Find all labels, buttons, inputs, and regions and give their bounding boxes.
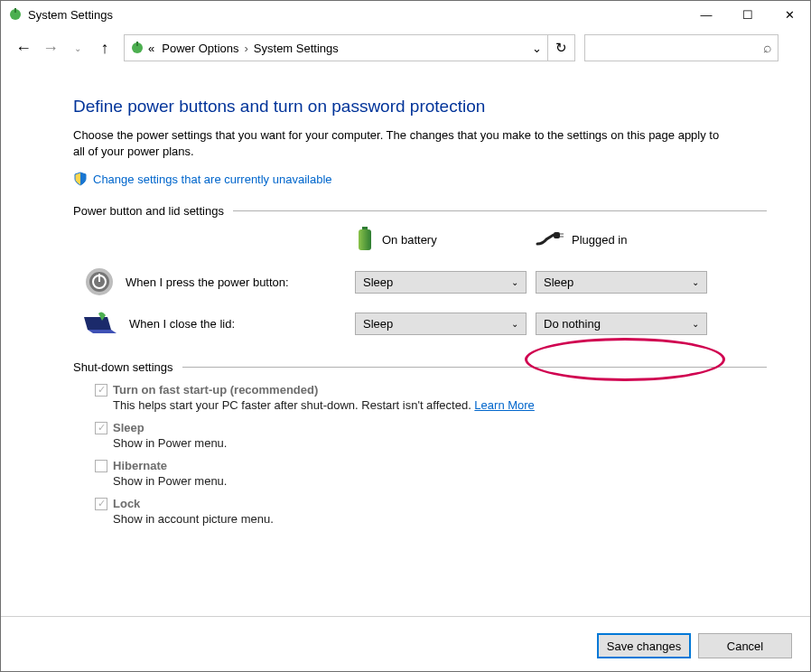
battery-icon	[355, 227, 375, 252]
desc-lock: Show in account picture menu.	[113, 512, 767, 526]
col-header-battery: On battery	[382, 233, 437, 247]
checkbox-sleep[interactable]: ✓	[95, 422, 107, 434]
breadcrumb-item-system-settings[interactable]: System Settings	[250, 42, 342, 55]
search-icon[interactable]: ⌕	[763, 40, 772, 56]
chevron-down-icon: ⌄	[692, 277, 699, 287]
checkbox-fast-startup[interactable]: ✓	[95, 384, 107, 397]
svg-marker-14	[84, 317, 111, 330]
svg-rect-5	[359, 229, 371, 250]
svg-rect-6	[554, 232, 560, 238]
nav-back-button[interactable]: ←	[10, 34, 37, 61]
svg-rect-1	[14, 8, 16, 13]
svg-rect-3	[136, 42, 138, 46]
chevron-down-icon: ⌄	[692, 319, 699, 329]
chevron-down-icon: ⌄	[511, 319, 518, 329]
plug-icon	[536, 231, 564, 247]
nav-recent-button[interactable]: ⌄	[64, 34, 91, 61]
window-title: System Settings	[28, 8, 113, 22]
app-icon	[8, 7, 23, 22]
page-title: Define power buttons and turn on passwor…	[73, 97, 767, 117]
section-power-button-title: Power button and lid settings	[73, 204, 224, 218]
section-shutdown-title: Shut-down settings	[73, 360, 173, 374]
breadcrumb-icon	[130, 41, 144, 55]
desc-hibernate: Show in Power menu.	[113, 474, 767, 488]
dropdown-power-button-plugged[interactable]: Sleep⌄	[536, 271, 707, 294]
maximize-button[interactable]: ☐	[727, 1, 769, 28]
desc-fast-startup: This helps start your PC faster after sh…	[113, 398, 474, 412]
svg-rect-4	[362, 227, 368, 229]
breadcrumb-bar[interactable]: « Power Options › System Settings ⌄	[124, 34, 548, 61]
intro-text: Choose the power settings that you want …	[73, 127, 723, 159]
change-settings-link[interactable]: Change settings that are currently unava…	[93, 173, 332, 186]
dropdown-close-lid-battery[interactable]: Sleep⌄	[355, 313, 527, 335]
row-label-close-lid: When I close the lid:	[129, 317, 235, 331]
checkbox-hibernate[interactable]	[95, 460, 107, 472]
col-header-plugged: Plugged in	[572, 233, 627, 247]
learn-more-link[interactable]: Learn More	[474, 398, 534, 412]
power-button-icon	[84, 266, 115, 297]
breadcrumb-root-glyph[interactable]: «	[144, 42, 158, 55]
close-button[interactable]: ✕	[769, 1, 810, 28]
breadcrumb-item-power-options[interactable]: Power Options	[158, 42, 242, 55]
label-hibernate: Hibernate	[113, 459, 167, 472]
minimize-button[interactable]: —	[685, 1, 727, 28]
refresh-button[interactable]: ↻	[548, 34, 575, 61]
checkbox-lock[interactable]: ✓	[95, 498, 107, 510]
svg-marker-13	[88, 330, 117, 333]
refresh-icon: ↻	[555, 40, 567, 56]
save-changes-button[interactable]: Save changes	[597, 633, 691, 658]
close-lid-icon	[84, 312, 118, 335]
desc-sleep: Show in Power menu.	[113, 436, 767, 450]
dropdown-close-lid-plugged[interactable]: Do nothing⌄	[536, 313, 707, 335]
nav-forward-button[interactable]: →	[37, 34, 64, 61]
chevron-right-icon: ›	[243, 42, 250, 55]
breadcrumb-dropdown[interactable]: ⌄	[526, 42, 547, 55]
dropdown-power-button-battery[interactable]: Sleep⌄	[355, 271, 527, 294]
row-label-power-button: When I press the power button:	[126, 275, 289, 289]
chevron-down-icon: ⌄	[511, 277, 518, 287]
search-box[interactable]: ⌕	[584, 34, 778, 61]
label-fast-startup: Turn on fast start-up (recommended)	[113, 383, 318, 397]
label-lock: Lock	[113, 497, 140, 510]
cancel-button[interactable]: Cancel	[698, 633, 792, 658]
shield-icon	[73, 172, 88, 186]
nav-up-button[interactable]: ↑	[91, 34, 118, 61]
search-input[interactable]	[591, 41, 763, 56]
label-sleep: Sleep	[113, 421, 144, 434]
